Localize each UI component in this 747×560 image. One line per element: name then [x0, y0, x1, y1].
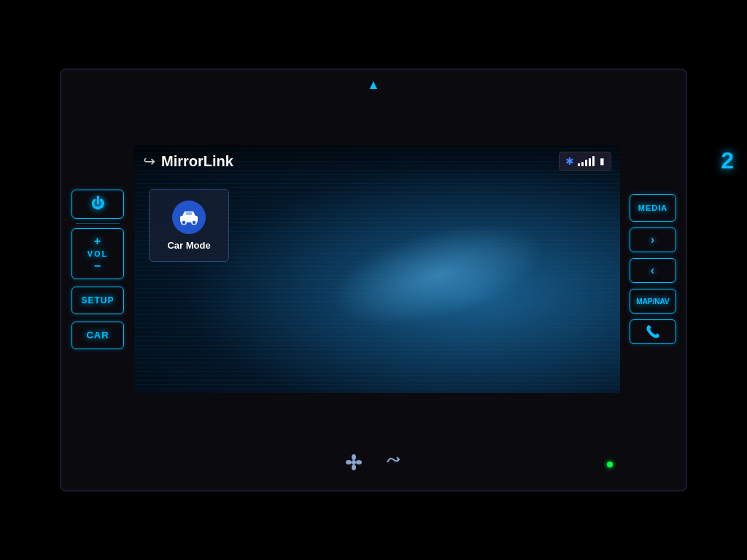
mirrorlink-icon: ↩: [143, 152, 155, 170]
svg-point-3: [192, 220, 196, 225]
signal-bar-1: [578, 163, 580, 166]
screen-header: ↩ MirrorLink ✱ ▮: [134, 145, 620, 177]
eject-button[interactable]: ▲: [367, 77, 380, 93]
signal-bar-2: [581, 162, 584, 166]
signal-bar-4: [589, 158, 591, 166]
main-area: ⏻ + VOL − SETUP CAR ↩ MirrorLink ✱: [61, 99, 686, 439]
car-button[interactable]: CAR: [71, 322, 124, 349]
media-button[interactable]: MEDIA: [630, 194, 676, 222]
svg-rect-4: [186, 212, 192, 215]
center-screen: ↩ MirrorLink ✱ ▮: [134, 145, 620, 393]
mapnav-button[interactable]: MAP/NAV: [630, 289, 676, 314]
fan-button[interactable]: [345, 454, 363, 475]
left-panel: ⏻ + VOL − SETUP CAR: [61, 102, 134, 436]
phone-button[interactable]: [630, 319, 676, 344]
top-bar: ▲: [61, 70, 686, 99]
screen-background: ↩ MirrorLink ✱ ▮: [134, 145, 620, 393]
car-mode-label: Car Mode: [167, 240, 210, 251]
head-unit: ▲ ⏻ + VOL − SETUP CAR ↩ MirrorLink: [60, 69, 687, 491]
left-divider: [76, 223, 120, 224]
ac-mode-button[interactable]: [384, 454, 402, 475]
power-button[interactable]: ⏻: [71, 190, 124, 219]
right-panel: MEDIA › ‹ MAP/NAV: [620, 102, 686, 436]
next-button[interactable]: ›: [630, 228, 676, 252]
car-mode-button[interactable]: Car Mode: [149, 189, 229, 262]
vol-minus-icon: −: [94, 260, 101, 273]
svg-point-2: [182, 220, 186, 225]
status-bar: ✱ ▮: [559, 152, 611, 171]
far-right-number: 2: [721, 147, 734, 174]
svg-point-7: [352, 464, 356, 470]
bottom-bar: [61, 439, 686, 490]
svg-point-9: [356, 460, 362, 464]
svg-point-8: [346, 460, 352, 464]
volume-control[interactable]: + VOL −: [71, 228, 124, 279]
battery-icon: ▮: [600, 156, 605, 166]
signal-bars: [578, 156, 595, 166]
vol-label: VOL: [88, 249, 109, 258]
svg-point-6: [352, 454, 356, 460]
vol-plus-icon: +: [94, 235, 101, 248]
screen-title: MirrorLink: [161, 153, 233, 170]
svg-point-5: [352, 460, 356, 464]
prev-button[interactable]: ‹: [630, 258, 676, 283]
indicator-led: [607, 462, 613, 467]
signal-bar-3: [585, 160, 587, 166]
signal-bar-5: [592, 156, 595, 166]
setup-button[interactable]: SETUP: [71, 287, 124, 314]
car-mode-icon: [172, 201, 206, 234]
bluetooth-icon: ✱: [565, 155, 574, 167]
